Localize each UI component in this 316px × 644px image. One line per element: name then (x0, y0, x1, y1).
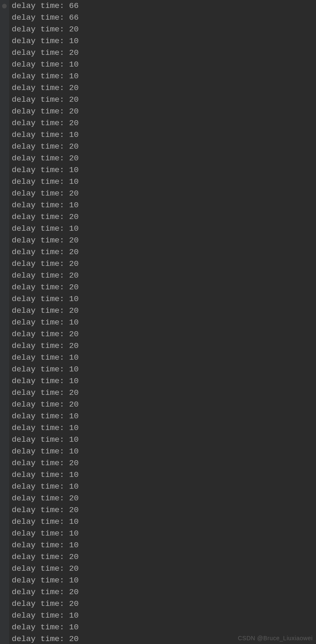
console-line: delay time: 20 (9, 492, 316, 504)
console-line: delay time: 20 (9, 234, 316, 246)
console-line: delay time: 10 (9, 199, 316, 211)
console-line: delay time: 20 (9, 586, 316, 598)
console-line: delay time: 20 (9, 141, 316, 152)
console-line: delay time: 10 (9, 469, 316, 481)
console-line: delay time: 10 (9, 293, 316, 305)
console-line: delay time: 20 (9, 47, 316, 59)
console-line: delay time: 20 (9, 504, 316, 516)
console-line: delay time: 10 (9, 375, 316, 387)
console-line: delay time: 20 (9, 117, 316, 129)
console-line: delay time: 10 (9, 164, 316, 176)
console-line: delay time: 66 (9, 0, 316, 12)
console-line: delay time: 20 (9, 82, 316, 94)
console-line: delay time: 20 (9, 281, 316, 293)
console-line: delay time: 20 (9, 340, 316, 352)
console-line: delay time: 10 (9, 528, 316, 539)
console-line: delay time: 20 (9, 246, 316, 258)
console-line: delay time: 20 (9, 270, 316, 281)
console-line: delay time: 10 (9, 352, 316, 363)
console-line: delay time: 20 (9, 551, 316, 563)
console-line: delay time: 20 (9, 457, 316, 469)
console-line: delay time: 10 (9, 539, 316, 551)
gutter (0, 0, 9, 644)
console-line: delay time: 10 (9, 446, 316, 457)
console-line: delay time: 10 (9, 70, 316, 82)
console-line: delay time: 66 (9, 12, 316, 23)
console-line: delay time: 20 (9, 211, 316, 223)
console-output[interactable]: delay time: 66delay time: 66delay time: … (9, 0, 316, 644)
console-line: delay time: 10 (9, 176, 316, 188)
console-line: delay time: 10 (9, 129, 316, 141)
console-line: delay time: 20 (9, 152, 316, 164)
console-line: delay time: 20 (9, 258, 316, 270)
console-line: delay time: 10 (9, 434, 316, 446)
console-line: delay time: 10 (9, 317, 316, 328)
console-line: delay time: 20 (9, 106, 316, 117)
console-line: delay time: 20 (9, 399, 316, 410)
console-line: delay time: 10 (9, 516, 316, 528)
console-line: delay time: 10 (9, 363, 316, 375)
console-line: delay time: 10 (9, 610, 316, 621)
console-line: delay time: 20 (9, 633, 316, 644)
console-line: delay time: 10 (9, 574, 316, 586)
console-line: delay time: 20 (9, 305, 316, 317)
console-line: delay time: 20 (9, 598, 316, 610)
console-line: delay time: 20 (9, 188, 316, 199)
breakpoint-indicator[interactable] (2, 4, 7, 8)
console-line: delay time: 20 (9, 563, 316, 574)
console-line: delay time: 20 (9, 387, 316, 399)
console-line: delay time: 10 (9, 621, 316, 633)
console-line: delay time: 10 (9, 481, 316, 492)
console-viewport: delay time: 66delay time: 66delay time: … (0, 0, 316, 644)
console-line: delay time: 20 (9, 23, 316, 35)
console-line: delay time: 10 (9, 410, 316, 422)
console-line: delay time: 20 (9, 328, 316, 340)
console-line: delay time: 20 (9, 94, 316, 106)
console-line: delay time: 10 (9, 35, 316, 47)
console-line: delay time: 10 (9, 422, 316, 434)
console-line: delay time: 10 (9, 59, 316, 70)
console-line: delay time: 10 (9, 223, 316, 234)
